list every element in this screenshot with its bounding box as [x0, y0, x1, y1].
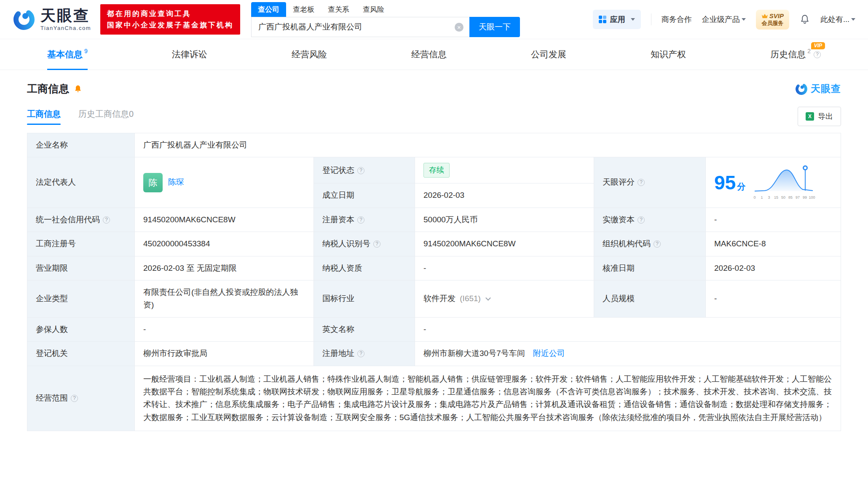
table-row: 统一社会信用代码? 91450200MAK6CNCE8W 注册资本? 50000… [27, 208, 841, 232]
tab-history-info[interactable]: VIP 历史信息 2 ? [770, 39, 821, 70]
help-icon[interactable]: ? [71, 395, 78, 402]
subtab-history-business-info[interactable]: 历史工商信息0 [78, 108, 134, 125]
field-label-text: 经营范围 [36, 394, 68, 402]
crown-icon [761, 13, 768, 19]
search-tab-relation[interactable]: 查关系 [321, 2, 356, 17]
table-row: 营业期限 2026-02-03 至 无固定期限 纳税人资质 - 核准日期 202… [27, 256, 841, 280]
table-row: 经营范围? 一般经营项目：工业机器人制造；工业机器人销售；特殊作业机器人制造；智… [27, 366, 841, 431]
help-icon[interactable]: ? [103, 216, 110, 224]
tab-label: 经营信息 [411, 49, 447, 60]
brand-name: 天眼查 [40, 8, 91, 23]
help-icon[interactable]: ? [638, 216, 645, 224]
table-row: 法定代表人 陈 陈琛 登记状态? 存续 天眼评分? [27, 157, 841, 183]
svip-member-badge[interactable]: SVIP 会员服务 [756, 10, 789, 30]
field-label-reg-capital: 注册资本? [314, 208, 415, 232]
export-label: 导出 [818, 111, 833, 121]
tab-count: 9 [84, 48, 88, 54]
notification-bell-icon[interactable] [799, 14, 810, 25]
field-value-org-code: MAK6CNCE-8 [706, 232, 841, 256]
field-value-credit-code: 91450200MAK6CNCE8W [135, 208, 314, 232]
search-tab-risk[interactable]: 查风险 [356, 2, 391, 17]
link-business-cooperation[interactable]: 商务合作 [662, 14, 692, 24]
nearby-companies-link[interactable]: 附近公司 [533, 349, 565, 358]
legal-rep-avatar[interactable]: 陈 [143, 173, 163, 192]
help-icon[interactable]: ? [638, 179, 645, 186]
tab-company-development[interactable]: 公司发展 [531, 39, 566, 70]
legal-rep-link[interactable]: 陈琛 [168, 176, 184, 189]
field-label-business-scope: 经营范围? [27, 366, 135, 431]
tab-count: 2 [807, 48, 811, 54]
account-menu-label: 此处有... [820, 14, 849, 24]
apps-label: 应用 [610, 14, 625, 24]
field-value-paid-capital: - [706, 208, 841, 232]
tab-label: 知识产权 [651, 49, 686, 60]
member-service-label: 会员服务 [761, 20, 784, 27]
subtab-business-info[interactable]: 工商信息 [27, 108, 61, 125]
field-label-credit-code: 统一社会信用代码? [27, 208, 135, 232]
tab-operation-info[interactable]: 经营信息 [411, 39, 447, 70]
search-tab-company[interactable]: 查公司 [251, 2, 286, 17]
field-label-text: 实缴资本 [603, 215, 635, 224]
apps-menu[interactable]: 应用 [593, 10, 641, 29]
field-label-legal-rep: 法定代表人 [27, 157, 135, 208]
svg-text:85: 85 [788, 195, 793, 200]
field-value-insured-count: - [135, 317, 314, 341]
table-row: 工商注册号 450200000453384 纳税人识别号? 91450200MA… [27, 232, 841, 256]
help-icon[interactable]: ? [373, 240, 380, 248]
score-value: 95 [714, 172, 736, 194]
field-label-approval-date: 核准日期 [594, 256, 706, 280]
field-label-establish-date: 成立日期 [314, 183, 415, 208]
help-icon[interactable]: ? [357, 167, 364, 174]
tianyancha-logo-icon [13, 8, 35, 31]
clear-icon[interactable]: × [455, 23, 463, 32]
export-button[interactable]: X 导出 [798, 107, 841, 126]
field-label-staff-size: 人员规模 [594, 280, 706, 317]
watermark-text: 天眼查 [811, 82, 841, 95]
svg-text:0: 0 [754, 195, 756, 200]
field-value-taxpayer-quality: - [415, 256, 594, 280]
excel-icon: X [806, 112, 814, 121]
tab-operation-risk[interactable]: 经营风险 [292, 39, 327, 70]
help-icon[interactable]: ? [357, 216, 364, 224]
field-label-reg-address: 注册地址? [314, 342, 415, 366]
table-row: 登记机关 柳州市行政审批局 注册地址? 柳州市新柳大道30号7号车间 附近公司 [27, 342, 841, 366]
tab-basic-info[interactable]: 基本信息 9 [47, 39, 88, 70]
field-label-text: 纳税人识别号 [322, 239, 370, 248]
help-icon[interactable]: ? [654, 240, 661, 248]
score-distribution-chart: 0 1 3 15 50 85 97 99 100 [752, 164, 815, 201]
tab-intellectual-property[interactable]: 知识产权 [651, 39, 686, 70]
field-value-english-name: - [415, 317, 841, 341]
section-title: 工商信息 [27, 82, 69, 96]
field-value-industry[interactable]: 软件开发 (I651) [415, 280, 594, 317]
brand-logo[interactable]: 天眼查 TianYanCha.com [13, 8, 91, 31]
account-menu[interactable]: 此处有... [820, 14, 855, 24]
industry-code: (I651) [460, 294, 481, 303]
field-value-taxpayer-id: 91450200MAK6CNCE8W [415, 232, 594, 256]
alert-bell-icon[interactable] [73, 84, 83, 94]
business-info-table: 企业名称 广西广投机器人产业有限公司 法定代表人 陈 陈琛 登记状态? 存续 [27, 133, 841, 431]
field-value-tyc-score[interactable]: 95分 [706, 157, 841, 208]
link-enterprise-products[interactable]: 企业级产品 [702, 14, 746, 24]
table-row: 企业类型 有限责任公司(非自然人投资或控股的法人独资) 国标行业 软件开发 (I… [27, 280, 841, 317]
score-number: 95分 [714, 173, 745, 192]
business-info-section: 工商信息 天眼查 工商信息 历史工商信息0 X 导出 [0, 70, 868, 444]
search-input[interactable] [251, 17, 469, 37]
help-icon[interactable]: ? [814, 51, 821, 58]
chevron-down-icon [485, 295, 491, 301]
search-button[interactable]: 天眼一下 [469, 17, 520, 37]
brand-domain: TianYanCha.com [40, 25, 91, 31]
field-label-industry: 国标行业 [314, 280, 415, 317]
tab-legal-proceedings[interactable]: 法律诉讼 [172, 39, 207, 70]
field-label-org-code: 组织机构代码? [594, 232, 706, 256]
field-label-tyc-score: 天眼评分? [594, 157, 706, 208]
field-value-reg-number: 450200000453384 [135, 232, 314, 256]
field-label-text: 登记状态 [322, 166, 354, 175]
help-icon[interactable]: ? [357, 350, 364, 357]
caret-down-icon [742, 18, 746, 21]
header-right-nav: 应用 商务合作 企业级产品 SVIP 会员服务 此处有... [593, 10, 855, 30]
tab-label: 经营风险 [292, 49, 327, 60]
search-tab-boss[interactable]: 查老板 [286, 2, 321, 17]
field-label-english-name: 英文名称 [314, 317, 415, 341]
field-value-business-scope: 一般经营项目：工业机器人制造；工业机器人销售；特殊作业机器人制造；智能机器人销售… [135, 366, 841, 431]
field-label-insured-count: 参保人数 [27, 317, 135, 341]
